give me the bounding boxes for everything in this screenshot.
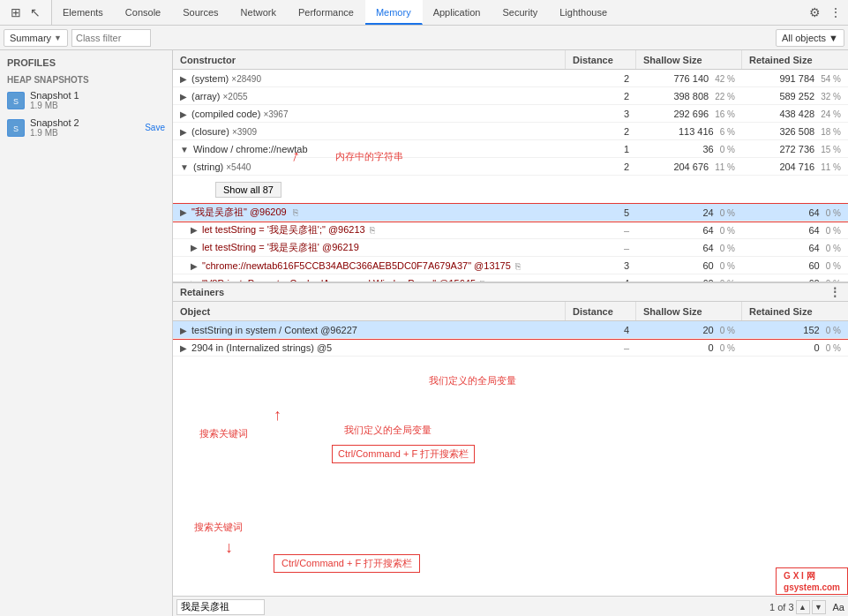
distance-cell: 5 (566, 207, 636, 218)
retained-cell: 64 0 % (742, 225, 848, 236)
shallow-cell: 292 696 16 % (636, 109, 742, 119)
distance-cell: – (566, 225, 636, 236)
constructor-cell: ▶ let testString = '我是吴彦祖';" @96213 ⎘ (173, 223, 566, 237)
rth-retained: Retained Size (742, 302, 848, 320)
tab-network[interactable]: Network (230, 0, 288, 25)
retainer-retained-cell: 0 0 % (742, 342, 848, 353)
dock-icon[interactable]: ⊞ (7, 4, 25, 21)
retained-cell: 272 736 15 % (742, 144, 848, 154)
shallow-cell: 204 676 11 % (636, 162, 742, 172)
tab-bar: Elements Console Sources Network Perform… (52, 0, 848, 25)
devtools-icons: ⊞ ↖ (0, 0, 52, 25)
table-row[interactable]: ▶ (array) ×2055 2 398 808 22 % 589 252 3… (173, 87, 848, 105)
main-layout: Profiles HEAP SNAPSHOTS S Snapshot 1 1.9… (0, 50, 848, 616)
profiles-title: Profiles (0, 50, 172, 71)
copy-icon[interactable]: ⎘ (293, 207, 298, 217)
tab-console[interactable]: Console (115, 0, 172, 25)
rth-object: Object (173, 302, 566, 320)
search-bottom-input[interactable] (176, 599, 265, 615)
distance-cell: 1 (566, 144, 636, 154)
inspect-icon[interactable]: ↖ (26, 4, 44, 21)
all-objects-dropdown[interactable]: All objects ▼ (776, 29, 844, 47)
expand-icon[interactable]: ▶ (180, 127, 187, 137)
retainer-row[interactable]: ▶ testString in system / Context @96227 … (173, 321, 848, 339)
tab-sources[interactable]: Sources (172, 0, 229, 25)
summary-dropdown[interactable]: Summary ▼ (4, 29, 68, 47)
retained-cell: 64 0 % (742, 207, 848, 218)
constructor-value: (closure) (191, 126, 229, 137)
prev-page-btn[interactable]: ▲ (796, 600, 810, 614)
sidebar: Profiles HEAP SNAPSHOTS S Snapshot 1 1.9… (0, 50, 173, 616)
distance-cell: – (566, 243, 636, 253)
snapshot-2-icon: S (7, 119, 25, 137)
devtools-top: ⊞ ↖ Elements Console Sources Network Per… (0, 0, 848, 26)
expand-icon[interactable]: ▶ (180, 207, 187, 217)
snapshot-2-size: 1.9 MB (30, 128, 139, 138)
constructor-value: (string) (193, 162, 223, 172)
more-icon[interactable]: ⋮ (827, 4, 844, 21)
copy-icon-2[interactable]: ⎘ (370, 225, 375, 235)
retainers-header: Retainers ⋮ (173, 282, 848, 302)
tab-elements[interactable]: Elements (52, 0, 115, 25)
retained-cell: 991 784 54 % (742, 73, 848, 84)
tab-lighthouse[interactable]: Lighthouse (549, 0, 619, 25)
snapshot-1-item[interactable]: S Snapshot 1 1.9 MB (0, 86, 172, 114)
expand-icon[interactable]: ▶ (180, 92, 187, 101)
selected-string-row[interactable]: ▶ "我是吴彦祖" @96209 ⎘ 5 24 0 % 64 0 % (173, 204, 848, 222)
table-row[interactable]: ▶ let testString = '我是吴彦祖' @96219 – 64 0… (173, 239, 848, 257)
constructor-cell: ▶ (compiled code) ×3967 (173, 109, 566, 119)
expand-icon[interactable]: ▶ (191, 243, 198, 252)
tab-security[interactable]: Security (492, 0, 549, 25)
expand-icon[interactable]: ▶ (180, 326, 187, 335)
expand-icon[interactable]: ▼ (180, 162, 189, 172)
all-objects-label: All objects (782, 33, 826, 43)
show-all-button[interactable]: Show all 87 (215, 182, 281, 198)
expand-icon[interactable]: ▶ (180, 74, 187, 84)
heap-snapshots-title: HEAP SNAPSHOTS (0, 71, 172, 86)
constructor-cell: ▶ "我是吴彦祖" @96209 ⎘ (173, 206, 566, 219)
distance-cell: 3 (566, 260, 636, 271)
expand-icon[interactable]: ▼ (180, 145, 189, 154)
snapshot-1-size: 1.9 MB (30, 101, 165, 110)
retainer-distance-cell: 4 (566, 325, 636, 335)
expand-icon[interactable]: ▶ (191, 225, 198, 235)
svg-text:S: S (13, 97, 19, 106)
table-row[interactable]: ▶ (system) ×28490 2 776 140 42 % 991 784… (173, 70, 848, 87)
table-row[interactable]: ▶ (compiled code) ×3967 3 292 696 16 % 4… (173, 105, 848, 123)
th-distance: Distance (566, 50, 636, 69)
retained-cell: 438 428 24 % (742, 109, 848, 119)
expand-icon[interactable]: ▶ (191, 261, 198, 271)
table-row[interactable]: ▶ "chrome://newtab616F5CCB34ABC366AEB5DC… (173, 257, 848, 274)
tab-application[interactable]: Application (423, 0, 492, 25)
retainer-shallow-cell: 20 0 % (636, 325, 742, 335)
constructor-cell: ▼ (string) ×5440 (173, 162, 566, 172)
summary-label: Summary (10, 33, 51, 43)
copy-icon-3[interactable]: ⎘ (515, 261, 521, 271)
table-row[interactable]: ▶ "V8PrivateProperty::CachedAccessor::kW… (173, 274, 848, 282)
tab-performance[interactable]: Performance (288, 0, 365, 25)
table-row[interactable]: ▼ Window / chrome://newtab 1 36 0 % 272 … (173, 140, 848, 158)
expand-icon[interactable]: ▶ (180, 109, 187, 119)
tab-memory[interactable]: Memory (365, 0, 423, 25)
retainers-resize-icon[interactable]: ⋮ (829, 285, 841, 299)
snapshot-1-icon: S (7, 92, 25, 109)
right-dropdown-area: All objects ▼ (776, 29, 844, 47)
annotation-shortcut: Ctrl/Command + F 打开搜索栏 (332, 445, 475, 463)
table-header: Constructor Distance Shallow Size Retain… (173, 50, 848, 70)
table-row[interactable]: ▶ let testString = '我是吴彦祖';" @96213 ⎘ – … (173, 222, 848, 239)
class-filter-input[interactable] (71, 29, 151, 47)
settings-icon[interactable]: ⚙ (806, 4, 823, 21)
constructor-cell: ▶ let testString = '我是吴彦祖' @96219 (173, 241, 566, 254)
table-row[interactable]: ▶ (closure) ×3909 2 113 416 6 % 326 508 … (173, 123, 848, 140)
expand-icon[interactable]: ▶ (180, 343, 187, 353)
snapshot-2-save[interactable]: Save (145, 123, 165, 132)
th-retained: Retained Size (742, 50, 848, 69)
content-area: Constructor Distance Shallow Size Retain… (173, 50, 848, 616)
annotation-search-keyword: 搜索关键词 (199, 427, 248, 440)
next-page-btn[interactable]: ▼ (812, 600, 826, 614)
retainer-row[interactable]: ▶ 2904 in (Internalized strings) @5 – 0 … (173, 339, 848, 357)
table-row[interactable]: ▼ (string) ×5440 2 204 676 11 % 204 716 … (173, 158, 848, 176)
snapshot-2-item[interactable]: S Snapshot 2 1.9 MB Save (0, 114, 172, 141)
shallow-cell: 60 0 % (636, 260, 742, 271)
rth-distance: Distance (566, 302, 636, 320)
